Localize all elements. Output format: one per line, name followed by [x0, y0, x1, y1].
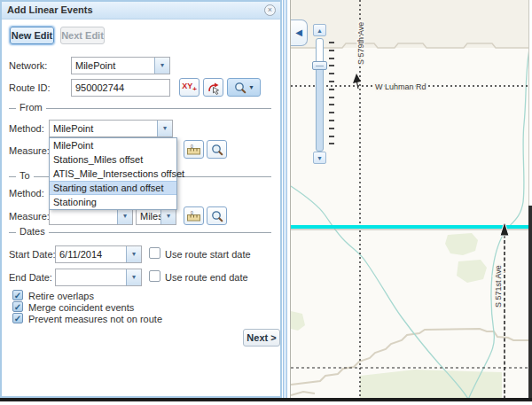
- method-dropdown-list: MilePoint Stations_Miles offset ATIS_Mil…: [49, 137, 177, 210]
- dropdown-arrow-icon[interactable]: ▾: [117, 208, 132, 224]
- collapse-left-icon: ◀: [295, 27, 302, 37]
- from-method-combobox[interactable]: MilePoint ▾: [49, 120, 173, 137]
- search-icon: [234, 82, 246, 94]
- panel-title: Add Linear Events: [7, 4, 93, 15]
- from-method-label: Method:: [9, 123, 44, 134]
- prevent-measures-label: Prevent measures not on route: [28, 314, 162, 324]
- window-right-edge: [528, 0, 532, 206]
- to-units-combobox[interactable]: Miles ▾: [136, 207, 176, 225]
- from-section-line: [9, 108, 271, 109]
- dropdown-arrow-icon[interactable]: ▾: [249, 83, 253, 91]
- close-icon[interactable]: ×: [264, 4, 276, 16]
- select-route-on-map-button[interactable]: [203, 78, 223, 97]
- from-measure-ruler-button[interactable]: 0: [184, 140, 204, 159]
- select-route-icon: [207, 81, 221, 95]
- search-route-split-button[interactable]: ▾: [227, 78, 261, 97]
- park-area: [291, 311, 305, 331]
- park-area: [445, 233, 478, 255]
- dropdown-item-atis-mile-intersections-offset[interactable]: ATIS_Mile_Intersections offset: [50, 167, 176, 181]
- to-units-value: Miles: [137, 208, 160, 224]
- map-upper-land: [291, 0, 529, 48]
- road-label-s-579th-ave: S 579th Ave: [356, 22, 365, 65]
- retire-overlaps-checkbox[interactable]: ✓: [12, 290, 23, 300]
- add-linear-events-panel: Add Linear Events × New Edit Next Edit N…: [0, 0, 282, 398]
- zoom-down-icon: ▼: [317, 155, 323, 161]
- merge-coincident-events-label: Merge coincident events: [28, 302, 134, 313]
- ruler-icon: 0: [186, 210, 201, 222]
- ruler-icon: 0: [186, 144, 201, 156]
- next-edit-button[interactable]: Next Edit: [60, 27, 105, 44]
- end-date-label: End Date:: [9, 272, 52, 283]
- dropdown-arrow-icon[interactable]: ▾: [126, 269, 141, 285]
- zoom-slider-ticks: [329, 42, 334, 151]
- road-label-s-571st-ave: S 571st Ave: [494, 265, 503, 308]
- to-measure-ruler-button[interactable]: 0: [184, 206, 204, 225]
- panel-collapse-tab[interactable]: ◀: [291, 19, 308, 46]
- xy-icon: XY+: [182, 82, 197, 93]
- route-id-input[interactable]: [71, 79, 170, 97]
- start-date-value: 6/11/2014: [56, 246, 126, 262]
- use-route-end-date-checkbox[interactable]: [149, 270, 160, 282]
- stream-line: [468, 49, 529, 398]
- application-window: Add Linear Events × New Edit Next Edit N…: [0, 0, 532, 405]
- use-route-start-date-checkbox[interactable]: [149, 247, 160, 259]
- next-button[interactable]: Next >: [243, 329, 280, 347]
- stream-line: [291, 186, 469, 398]
- map-viewport[interactable]: S 579th Ave W Luhman Rd S 571st Ave ◀ ▲ …: [290, 0, 528, 398]
- zoom-slider-handle[interactable]: [312, 61, 327, 70]
- xy-coordinates-button[interactable]: XY+: [179, 78, 200, 97]
- to-measure-combobox[interactable]: ▾: [49, 207, 133, 225]
- network-label: Network:: [9, 60, 47, 71]
- park-area: [457, 260, 487, 283]
- end-date-combobox[interactable]: ▾: [55, 269, 142, 286]
- dropdown-item-stations-miles-offset[interactable]: Stations_Miles offset: [50, 152, 176, 167]
- end-date-value: [56, 269, 126, 285]
- window-right-edge-dark: [528, 206, 532, 398]
- network-value: MilePoint: [72, 58, 154, 74]
- intersection-arrowhead-icon: [353, 74, 361, 83]
- panel-header: Add Linear Events ×: [2, 2, 280, 19]
- from-measure-label: Measure:: [9, 145, 50, 156]
- road-label-w-luhman-rd: W Luhman Rd: [375, 82, 426, 91]
- search-icon: [211, 210, 223, 222]
- zoom-up-icon: ▲: [317, 27, 323, 34]
- to-method-label: Method:: [9, 188, 44, 199]
- to-measure-label: Measure:: [9, 211, 50, 222]
- network-combobox[interactable]: MilePoint ▾: [71, 57, 170, 74]
- use-route-end-date-label: Use route end date: [165, 272, 248, 283]
- start-date-combobox[interactable]: 6/11/2014 ▾: [55, 245, 142, 263]
- dropdown-item-stationing[interactable]: Stationing: [50, 195, 176, 209]
- from-method-value: MilePoint: [50, 121, 157, 136]
- dropdown-item-milepoint[interactable]: MilePoint: [50, 138, 176, 152]
- dates-legend: Dates: [16, 226, 49, 237]
- new-edit-button[interactable]: New Edit: [10, 27, 54, 44]
- map-canvas[interactable]: S 579th Ave W Luhman Rd S 571st Ave: [291, 0, 529, 398]
- to-legend: To: [16, 170, 34, 181]
- retire-overlaps-label: Retire overlaps: [28, 291, 94, 301]
- zoom-out-button[interactable]: ▼: [313, 152, 326, 164]
- from-legend: From: [16, 102, 46, 113]
- zoom-slider-track[interactable]: [316, 38, 324, 152]
- dropdown-item-starting-station-and-offset[interactable]: Starting station and offset: [50, 181, 176, 195]
- window-bottom-border: [0, 398, 532, 401]
- merge-coincident-events-checkbox[interactable]: ✓: [12, 301, 23, 312]
- use-route-start-date-label: Use route start date: [165, 249, 251, 260]
- dropdown-arrow-icon[interactable]: ▾: [157, 121, 172, 136]
- from-measure-search-button[interactable]: [207, 140, 227, 159]
- dropdown-arrow-icon[interactable]: ▾: [126, 246, 141, 262]
- trail-path: [291, 392, 315, 395]
- dropdown-arrow-icon[interactable]: ▾: [154, 58, 169, 74]
- to-measure-search-button[interactable]: [207, 206, 227, 225]
- zoom-in-button[interactable]: ▲: [313, 24, 326, 36]
- start-date-label: Start Date:: [9, 249, 56, 260]
- prevent-measures-checkbox[interactable]: ✓: [12, 313, 23, 323]
- dropdown-arrow-icon[interactable]: ▾: [160, 208, 176, 224]
- route-id-label: Route ID:: [9, 82, 50, 93]
- search-icon: [211, 144, 223, 156]
- panel-splitter[interactable]: [283, 0, 287, 398]
